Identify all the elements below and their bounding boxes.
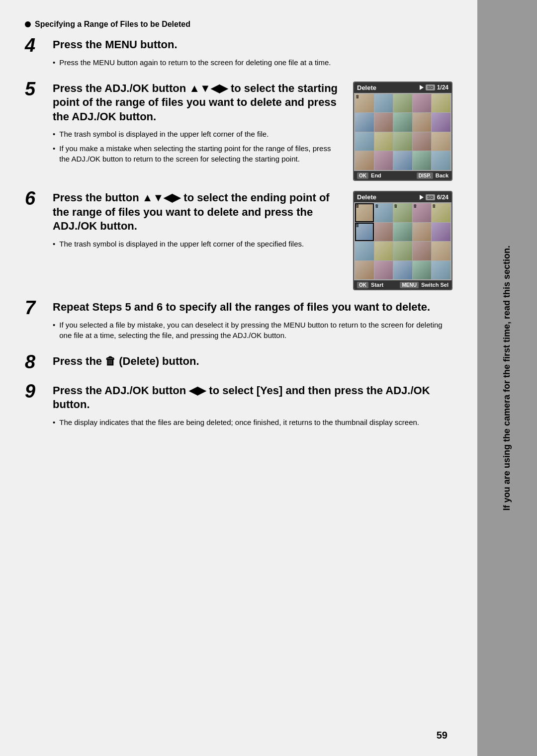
play-icon-2 (420, 195, 424, 200)
step-6-screen: Delete SD 6/24 (353, 191, 452, 290)
grid-cell-s2-3 (393, 203, 412, 222)
screen-2-top-bar: Delete SD 6/24 (354, 192, 451, 202)
screen-1-bottom-left: OK End (357, 172, 381, 178)
step-4-number: 4 (25, 36, 49, 55)
grid-cell-s2-18 (393, 261, 412, 280)
step-7: 7 Repeat Steps 5 and 6 to specify all th… (25, 300, 452, 344)
step-8-number: 8 (25, 352, 49, 371)
grid-cell-s2-6 (355, 223, 374, 242)
grid-cell-s2-7 (374, 223, 393, 242)
step-5: 5 Press the ADJ./OK button ▲▼◀▶ to selec… (25, 82, 452, 181)
play-icon (420, 85, 424, 90)
screen-1-end-label: End (371, 172, 381, 178)
bullet-dot-icon (25, 21, 31, 27)
step-7-number: 7 (25, 298, 49, 317)
step-5-text: Press the ADJ./OK button ▲▼◀▶ to select … (53, 82, 343, 168)
screen-1-title: Delete (357, 84, 376, 91)
grid-cell-s2-20 (432, 261, 450, 280)
screen-2-icons: SD 6/24 (420, 194, 448, 201)
main-content: Specifying a Range of Files to be Delete… (0, 0, 477, 756)
screen-1-counter: 1/24 (437, 84, 448, 91)
grid-cell-19 (413, 151, 432, 170)
grid-cell-s2-5 (432, 203, 450, 222)
step-5-title: Press the ADJ./OK button ▲▼◀▶ to select … (53, 82, 343, 124)
step-9-bullet-1: The display indicates that the files are… (53, 417, 452, 427)
screen-2-counter: 6/24 (437, 194, 448, 201)
screen-2-bottom-bar: OK Start MENU Switch Sel (354, 280, 451, 289)
step-5-content: Press the ADJ./OK button ▲▼◀▶ to select … (53, 82, 452, 181)
grid-cell-5 (432, 94, 450, 113)
grid-cell-15 (432, 132, 450, 151)
grid-cell-s2-1 (355, 203, 374, 222)
sidebar-text: If you are using the camera for the firs… (501, 246, 513, 510)
grid-cell-11 (355, 132, 374, 151)
screen-2-grid (354, 202, 451, 280)
grid-cell-12 (374, 132, 393, 151)
step-5-bullet-1: The trash symbol is displayed in the upp… (53, 129, 343, 139)
sidebar: If you are using the camera for the firs… (477, 0, 537, 756)
step-8-title: Press the 🗑 (Delete) button. (53, 354, 452, 369)
grid-cell-s2-13 (393, 242, 412, 260)
grid-cell-20 (432, 151, 450, 170)
ok-btn-label-2: OK (357, 282, 368, 288)
grid-cell-s2-9 (413, 223, 432, 242)
screen-1-bottom-right: DISP. Back (417, 172, 448, 178)
screen-1-back-label: Back (436, 172, 448, 178)
menu-btn-label: MENU (400, 282, 418, 288)
grid-cell-18 (393, 151, 412, 170)
grid-cell-6 (355, 113, 374, 132)
grid-cell-1 (355, 94, 374, 113)
grid-cell-s2-15 (432, 242, 450, 260)
camera-screen-1: Delete SD 1/24 (353, 82, 452, 181)
step-9-number: 9 (25, 382, 49, 401)
step-7-bullets: If you selected a file by mistake, you c… (53, 320, 452, 340)
step-7-title: Repeat Steps 5 and 6 to specify all the … (53, 300, 452, 315)
step-4: 4 Press the MENU button. Press the MENU … (25, 38, 452, 72)
step-7-bullet-1: If you selected a file by mistake, you c… (53, 320, 452, 340)
step-5-with-image: Press the ADJ./OK button ▲▼◀▶ to select … (53, 82, 452, 181)
grid-cell-s2-16 (355, 261, 374, 280)
grid-cell-8 (393, 113, 412, 132)
grid-cell-3 (393, 94, 412, 113)
step-6-content: Press the button ▲▼◀▶ to select the endi… (53, 191, 452, 290)
grid-cell-4 (413, 94, 432, 113)
step-8-content: Press the 🗑 (Delete) button. (53, 354, 452, 374)
step-6-bullets: The trash symbol is displayed in the upp… (53, 239, 343, 249)
section-header: Specifying a Range of Files to be Delete… (25, 20, 452, 29)
grid-cell-10 (432, 113, 450, 132)
step-4-bullets: Press the MENU button again to return to… (53, 57, 452, 68)
screen-2-switch-label: Switch Sel (421, 282, 448, 288)
grid-cell-s2-19 (413, 261, 432, 280)
disp-btn-label: DISP. (417, 172, 433, 179)
grid-cell-s2-17 (374, 261, 393, 280)
step-4-bullet-1: Press the MENU button again to return to… (53, 57, 452, 68)
grid-cell-s2-2 (374, 203, 393, 222)
step-6-text: Press the button ▲▼◀▶ to select the endi… (53, 191, 343, 253)
grid-cell-2 (374, 94, 393, 113)
step-5-bullet-2: If you make a mistake when selecting the… (53, 143, 343, 164)
sd-icon: SD (426, 84, 435, 90)
section-header-text: Specifying a Range of Files to be Delete… (35, 20, 190, 29)
screen-1-grid (354, 93, 451, 171)
camera-screen-2: Delete SD 6/24 (353, 191, 452, 290)
step-4-content: Press the MENU button. Press the MENU bu… (53, 38, 452, 72)
grid-cell-s2-12 (374, 242, 393, 260)
step-9-content: Press the ADJ./OK button ◀▶ to select [Y… (53, 384, 452, 431)
grid-cell-14 (413, 132, 432, 151)
sd-icon-2: SD (426, 194, 435, 200)
screen-1-top-bar: Delete SD 1/24 (354, 83, 451, 93)
page-number: 59 (437, 730, 448, 741)
step-7-content: Repeat Steps 5 and 6 to specify all the … (53, 300, 452, 344)
screen-2-title: Delete (357, 193, 376, 201)
step-9: 9 Press the ADJ./OK button ◀▶ to select … (25, 384, 452, 431)
step-4-title: Press the MENU button. (53, 38, 452, 52)
step-9-title: Press the ADJ./OK button ◀▶ to select [Y… (53, 384, 452, 412)
step-6-bullet-1: The trash symbol is displayed in the upp… (53, 239, 343, 249)
grid-cell-17 (374, 151, 393, 170)
step-8: 8 Press the 🗑 (Delete) button. (25, 354, 452, 374)
screen-2-bottom-left: OK Start (357, 282, 383, 288)
grid-cell-16 (355, 151, 374, 170)
step-5-number: 5 (25, 80, 49, 98)
grid-cell-13 (393, 132, 412, 151)
screen-1-bottom-bar: OK End DISP. Back (354, 171, 451, 180)
